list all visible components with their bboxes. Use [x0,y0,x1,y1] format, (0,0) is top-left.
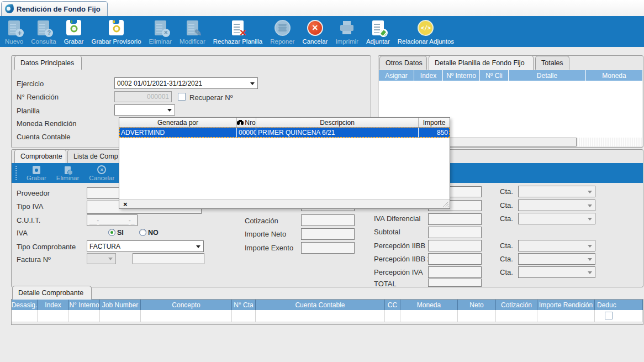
column-cotizacion: Cotización [496,300,537,310]
column-importe-rendicion: Importe Rendición [537,300,595,310]
tab-detalle-planilla[interactable]: Detalle Planilla de Fondo Fijo [429,55,534,70]
save-icon [66,20,81,35]
delete-document-icon [155,20,166,35]
new-document-icon [8,20,20,35]
total-label: TOTAL [374,280,397,288]
percepcion-iibb-input[interactable] [428,240,482,251]
cta-select-6[interactable] [518,266,595,278]
tab-otros-datos[interactable]: Otros Datos [379,56,427,70]
cell-generada-por: ADVERTMIND [119,128,237,138]
cell-importe: 850 [419,128,450,138]
popup-column-generada-por: Generada por [119,118,237,128]
column-deducible: Deduc [595,300,643,310]
factura-numero-input[interactable] [133,253,204,264]
query-document-icon [38,20,49,35]
importe-neto-input[interactable] [301,228,355,240]
nuevo-button: Nuevo [1,18,27,45]
ejercicio-select[interactable]: 0002 01/01/2021-31/12/2021 [114,77,258,89]
total-input[interactable] [428,279,482,287]
recuperar-label: Recuperar Nº [189,93,233,102]
cell-nro: 000001 [237,128,256,138]
proveedor-label: Proveedor [17,189,50,197]
column-desasig: Desasig. [12,300,38,310]
iva-no-label: NO [148,229,159,237]
column-index: Index [414,70,443,81]
deducible-checkbox[interactable] [605,312,613,319]
tab-comprobante[interactable]: Comprobante [14,149,66,163]
grabar-provisorio-button[interactable]: Grabar Provisorio [87,18,145,45]
cuit-label: C.U.I.T. [17,216,40,224]
percepcion-iibb-label: Percepción IIBB [374,242,425,250]
cta-label-1: Cta. [500,187,513,196]
planilla-select[interactable] [114,104,175,116]
popup-resize-grip[interactable] [442,201,448,207]
recuperar-checkbox[interactable] [178,93,186,101]
comprobante-cancelar-button: Cancelar [84,165,119,181]
column-neto: Neto [458,300,496,310]
percepcion-iibb2-input[interactable] [428,253,482,265]
app-window: Rendición de Fondo Fijo Nuevo Consulta G… [0,0,644,362]
adjuntar-button[interactable]: Adjuntar [362,18,394,45]
column-concepto: Concepto [141,300,232,310]
cta-select-2[interactable] [518,200,595,211]
rendicion-label: N° Rendición [17,93,59,101]
detalle-comprobante-empty-row[interactable] [12,310,643,322]
consulta-button: Consulta [27,18,60,45]
percepcion-iva-input[interactable] [428,266,482,278]
column-n-cta: N° Cta [232,300,256,310]
popup-header-row: Generada por Nro Descripcion Importe [119,118,450,128]
rechazar-planilla-button[interactable]: Rechazar Planilla [209,18,267,45]
tab-detalle-comprobante[interactable]: Detalle Comprobante [12,286,92,300]
grabar-button[interactable]: Grabar [60,18,88,45]
window-tab[interactable]: Rendición de Fondo Fijo [1,1,108,16]
cancel-icon [307,20,323,36]
iva-no-radio[interactable] [139,229,146,236]
factura-letra-select [87,253,116,264]
iva-si-label: SI [117,229,124,237]
reject-sheet-icon [232,20,244,35]
percepcion-iva-label: Percepción IVA [374,268,423,276]
iva-si-radio[interactable] [108,229,115,236]
edit-document-icon [187,20,198,35]
column-cuenta-contable: Cuenta Contable [256,300,385,310]
tipo-comprobante-select[interactable]: FACTURA [87,240,204,252]
comprobante-eliminar-button: Eliminar [51,165,85,181]
subtotal-input[interactable] [428,227,482,238]
column-job-number: Job Number [100,300,141,310]
iva-diferencial-input[interactable] [428,213,482,225]
delete-document-icon [65,166,71,174]
cta-label-6: Cta. [500,268,513,276]
percepcion-iibb2-label: Percepción IIBB 2 [374,255,431,263]
relate-attachments-icon [418,20,434,36]
factura-label: Factura Nº [17,255,51,264]
popup-selected-row[interactable]: ADVERTMIND 000001 PRIMER QUINCENA 6/21 8… [119,128,450,138]
importe-exento-input[interactable] [301,242,355,254]
popup-column-descripcion: Descripcion [256,118,419,128]
cta-select-4[interactable] [518,240,595,251]
tipo-iva-label: Tipo IVA [17,202,43,211]
cuenta-contable-label: Cuenta Contable [17,133,71,141]
rendicion-input: 000001 [114,91,172,102]
cta-select-5[interactable] [518,253,595,265]
column-n-interno: N° Interno [69,300,100,310]
cuit-input[interactable]: __-________-_ [87,214,138,226]
popup-close-button[interactable]: × [123,201,128,208]
toolbar-drag-handle[interactable] [15,166,17,180]
cta-label-4: Cta. [500,242,513,250]
save-draft-icon [109,20,124,35]
planilla-label: Planilla [17,107,40,115]
save-icon [33,166,40,174]
cotizacion-input[interactable] [301,214,355,226]
column-detalle: Detalle [509,70,586,81]
cta-select-3[interactable] [518,213,595,224]
importe-neto-label: Importe Neto [245,230,286,238]
tab-totales[interactable]: Totales [535,56,569,70]
relacionar-adjuntos-button[interactable]: Relacionar Adjuntos [394,18,458,45]
cancelar-button[interactable]: Cancelar [298,18,331,45]
cta-select-1[interactable] [518,186,595,197]
column-cc: CC [385,300,400,310]
cell-descripcion: PRIMER QUINCENA 6/21 [256,128,419,138]
tab-lista-comprobantes[interactable]: Lista de Comp [67,149,123,163]
modificar-button: Modificar [176,18,209,45]
tab-datos-principales[interactable]: Datos Principales [14,55,82,70]
